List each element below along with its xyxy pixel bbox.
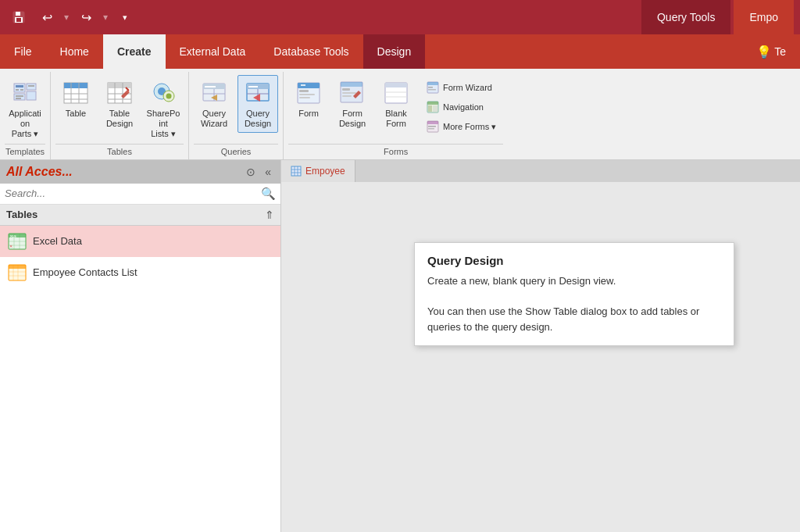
- svg-text:✕: ✕: [9, 244, 12, 248]
- svg-rect-52: [342, 88, 350, 91]
- query-wizard-button[interactable]: QueryWizard: [194, 75, 234, 133]
- menu-create[interactable]: Create: [103, 34, 166, 69]
- svg-rect-71: [428, 128, 434, 130]
- svg-rect-61: [427, 82, 438, 85]
- nav-item-excel-data[interactable]: XLS ✕ Excel Data: [0, 226, 280, 257]
- save-button[interactable]: [6, 5, 31, 30]
- search-input[interactable]: [5, 187, 258, 199]
- form-wizard-label: Form Wizard: [443, 83, 492, 92]
- templates-content: ApplicationParts ▾: [5, 75, 45, 144]
- tables-label: Tables: [55, 144, 184, 159]
- nav-search-bar: 🔍: [0, 184, 280, 205]
- redo-sep: ▾: [102, 12, 109, 23]
- nav-section-title: Tables: [6, 209, 38, 220]
- empoyee-contacts-label: Empoyee Contacts List: [33, 266, 138, 278]
- svg-rect-57: [385, 83, 407, 87]
- redo-button[interactable]: ↪: [73, 5, 98, 30]
- svg-rect-49: [301, 84, 305, 86]
- undo-button[interactable]: ↩: [34, 5, 59, 30]
- navigation-label: Navigation: [443, 102, 484, 112]
- tooltip-body: Create a new, blank query in Design view…: [427, 273, 721, 334]
- svg-rect-5: [16, 85, 23, 87]
- form-design-icon: [338, 79, 366, 107]
- svg-rect-47: [299, 94, 315, 95]
- table-design-icon: [105, 79, 134, 107]
- blank-form-label: BlankForm: [385, 109, 407, 129]
- sharepoint-label: SharePointLists ▾: [146, 109, 180, 140]
- menu-external-data[interactable]: External Data: [166, 34, 260, 69]
- svg-rect-62: [428, 87, 433, 88]
- svg-rect-12: [28, 85, 34, 87]
- blank-form-icon: [382, 79, 410, 107]
- menu-design[interactable]: Design: [363, 34, 426, 69]
- menu-database-tools[interactable]: Database Tools: [259, 34, 362, 69]
- nav-dropdown-button[interactable]: ⊙: [243, 164, 259, 180]
- svg-rect-51: [341, 82, 362, 87]
- svg-rect-81: [9, 265, 26, 269]
- menu-file[interactable]: File: [0, 34, 46, 69]
- svg-rect-65: [427, 102, 438, 105]
- svg-rect-10: [16, 98, 21, 99]
- nav-header: All Acces... ⊙ «: [0, 160, 280, 184]
- ribbon-group-templates: ApplicationParts ▾ Templates: [0, 72, 51, 159]
- menu-home[interactable]: Home: [46, 34, 103, 69]
- empoyee-tab[interactable]: Empoyee: [281, 160, 355, 182]
- nav-controls: ⊙ «: [243, 164, 274, 180]
- ribbon-group-forms: Form FormDesign: [284, 72, 508, 159]
- svg-rect-4: [14, 84, 25, 92]
- menu-bar: File Home Create External Data Database …: [0, 34, 800, 69]
- sharepoint-lists-button[interactable]: SharePointLists ▾: [143, 75, 184, 144]
- form-wizard-side-icon: [427, 81, 439, 94]
- more-forms-button[interactable]: More Forms ▾: [421, 117, 502, 136]
- table-design-button[interactable]: TableDesign: [99, 75, 140, 133]
- svg-rect-67: [433, 105, 438, 112]
- svg-rect-46: [299, 90, 309, 92]
- form-wizard-button[interactable]: Form Wizard: [421, 78, 502, 97]
- form-design-label: FormDesign: [339, 109, 366, 129]
- form-icon: [295, 79, 323, 107]
- svg-rect-53: [342, 92, 356, 94]
- navigation-pane: All Acces... ⊙ « 🔍 Tables ⇑: [0, 160, 281, 532]
- ribbon-group-tables: Table TableDesign: [51, 72, 189, 159]
- empoyee-label: Empo: [734, 0, 794, 34]
- table-button[interactable]: Table: [55, 75, 96, 133]
- form-button[interactable]: Form: [288, 75, 329, 133]
- svg-rect-21: [108, 83, 131, 88]
- quick-access-dropdown[interactable]: ▾: [112, 5, 138, 30]
- query-wizard-label: QueryWizard: [201, 109, 227, 129]
- svg-rect-48: [299, 97, 310, 98]
- svg-rect-34: [205, 86, 216, 87]
- svg-rect-63: [428, 89, 436, 91]
- table-design-label: TableDesign: [106, 109, 133, 129]
- svg-rect-54: [342, 95, 352, 97]
- nav-section-collapse-icon[interactable]: ⇑: [265, 209, 274, 221]
- query-design-button[interactable]: QueryDesign: [238, 75, 278, 133]
- sharepoint-icon: [149, 79, 177, 107]
- query-design-icon: [244, 79, 272, 107]
- menu-help[interactable]: 💡 Te: [742, 34, 800, 69]
- query-wizard-icon: [200, 79, 228, 107]
- svg-rect-6: [16, 89, 19, 91]
- svg-rect-86: [291, 166, 301, 176]
- navigation-button[interactable]: Navigation: [421, 98, 502, 116]
- nav-item-empoyee-contacts[interactable]: Empoyee Contacts List: [0, 257, 280, 288]
- queries-content: QueryWizard QueryDesign: [194, 75, 278, 144]
- more-forms-label: More Forms ▾: [443, 122, 496, 132]
- nav-title: All Acces...: [6, 165, 73, 179]
- svg-rect-70: [428, 126, 436, 127]
- blank-form-button[interactable]: BlankForm: [376, 75, 416, 133]
- svg-rect-1: [16, 12, 20, 16]
- svg-text:XLS: XLS: [10, 234, 16, 238]
- svg-rect-15: [64, 83, 88, 88]
- navigation-side-icon: [427, 101, 439, 113]
- table-icon: [62, 79, 90, 107]
- forms-content: Form FormDesign: [288, 75, 503, 144]
- nav-collapse-button[interactable]: «: [262, 164, 274, 180]
- application-parts-label: ApplicationParts ▾: [8, 109, 42, 140]
- svg-rect-40: [248, 86, 258, 87]
- form-design-button[interactable]: FormDesign: [332, 75, 373, 133]
- svg-rect-69: [427, 121, 438, 124]
- application-parts-button[interactable]: ApplicationParts ▾: [5, 75, 45, 144]
- tables-content: Table TableDesign: [55, 75, 184, 144]
- svg-rect-3: [16, 18, 21, 22]
